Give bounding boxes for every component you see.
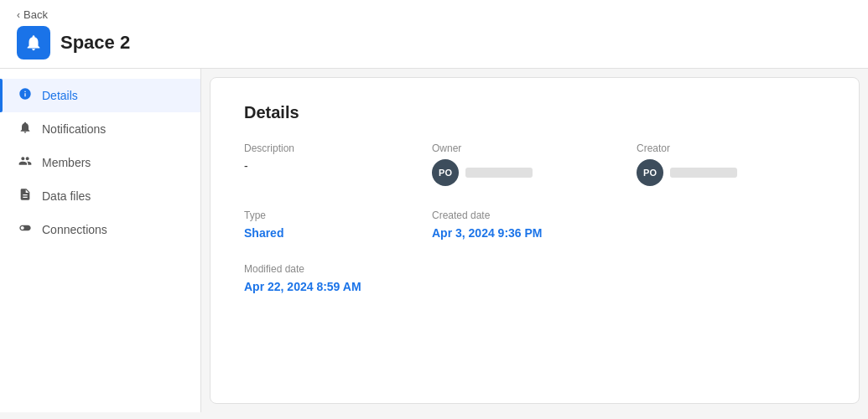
data-files-icon bbox=[17, 188, 34, 204]
modified-date-value: Apr 22, 2024 8:59 AM bbox=[244, 280, 412, 293]
sidebar: Details Notifications Members bbox=[0, 69, 201, 412]
type-section: Type Shared bbox=[244, 210, 412, 240]
description-label: Description bbox=[244, 142, 412, 154]
description-section: Description - bbox=[244, 142, 412, 186]
sidebar-item-details[interactable]: Details bbox=[0, 79, 200, 112]
sidebar-data-files-label: Data files bbox=[42, 189, 91, 203]
sidebar-details-label: Details bbox=[42, 89, 78, 102]
back-chevron-icon: ‹ bbox=[17, 9, 20, 21]
details-grid: Description - Owner PO Creator PO bbox=[244, 142, 825, 293]
created-date-value: Apr 3, 2024 9:36 PM bbox=[432, 226, 616, 240]
owner-section: Owner PO bbox=[432, 142, 616, 186]
back-label: Back bbox=[23, 8, 48, 21]
modified-date-label: Modified date bbox=[244, 263, 412, 275]
creator-initials: PO bbox=[643, 168, 657, 178]
members-icon bbox=[17, 154, 34, 171]
owner-avatar: PO bbox=[432, 159, 459, 186]
type-label: Type bbox=[244, 210, 412, 221]
grid-spacer bbox=[637, 210, 821, 240]
connections-icon bbox=[17, 221, 34, 238]
creator-label: Creator bbox=[637, 142, 821, 154]
app-title: Space 2 bbox=[60, 32, 130, 54]
description-value: - bbox=[244, 159, 412, 173]
sidebar-notifications-label: Notifications bbox=[42, 122, 106, 136]
sidebar-item-data-files[interactable]: Data files bbox=[0, 179, 200, 213]
owner-initials: PO bbox=[439, 168, 452, 178]
content-area: Details Description - Owner PO Creator bbox=[210, 77, 860, 404]
sidebar-item-connections[interactable]: Connections bbox=[0, 213, 200, 246]
notifications-icon bbox=[17, 121, 34, 137]
creator-section: Creator PO bbox=[637, 142, 821, 186]
created-date-section: Created date Apr 3, 2024 9:36 PM bbox=[432, 210, 616, 240]
sidebar-item-notifications[interactable]: Notifications bbox=[0, 112, 200, 146]
created-date-label: Created date bbox=[432, 210, 616, 221]
top-bar: ‹ Back Space 2 bbox=[0, 0, 868, 69]
sidebar-connections-label: Connections bbox=[42, 223, 107, 236]
modified-date-section: Modified date Apr 22, 2024 8:59 AM bbox=[244, 263, 412, 293]
sidebar-item-members[interactable]: Members bbox=[0, 146, 200, 179]
content-title: Details bbox=[244, 103, 825, 122]
owner-label: Owner bbox=[432, 142, 616, 154]
sidebar-members-label: Members bbox=[42, 156, 91, 169]
type-value: Shared bbox=[244, 226, 412, 240]
creator-avatar: PO bbox=[637, 159, 663, 186]
app-icon bbox=[17, 26, 50, 59]
owner-name-bar bbox=[465, 168, 533, 178]
creator-name-bar bbox=[670, 168, 737, 178]
back-link[interactable]: ‹ Back bbox=[17, 8, 851, 21]
details-icon bbox=[17, 87, 34, 104]
